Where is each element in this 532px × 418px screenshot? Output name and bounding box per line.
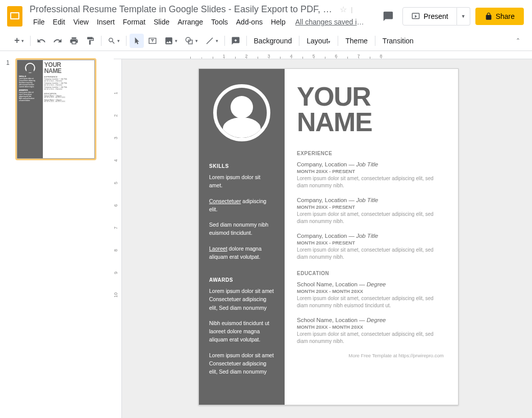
zoom-button[interactable]: ▾	[105, 34, 123, 48]
title-area: Professional Resume Template in Google S…	[30, 4, 379, 28]
award-item: Nibh euismod tincidunt ut laoreet dolore…	[209, 319, 274, 344]
education-entry-title: School Name, Location — Degree	[297, 281, 444, 287]
avatar-placeholder	[213, 84, 270, 141]
experience-entry-period: MONTH 20XX - PRESENT	[297, 240, 444, 245]
star-icon[interactable]: ☆	[340, 5, 347, 14]
app-header: Professional Resume Template in Google S…	[0, 0, 532, 29]
education-heading: EDUCATION	[297, 271, 444, 276]
skill-item: Lorem ipsum dolor sit amet.	[209, 173, 274, 190]
menu-bar: File Edit View Insert Format Slide Arran…	[30, 16, 379, 28]
menu-edit[interactable]: Edit	[49, 16, 69, 28]
footer-link: More Free Template at https://prwirepro.…	[297, 353, 444, 358]
education-entry-period: MONTH 20XX - MONTH 20XX	[297, 288, 444, 294]
experience-entry-period: MONTH 20XX - PRESENT	[297, 168, 444, 174]
svg-rect-2	[11, 13, 18, 18]
menu-addons[interactable]: Add-ons	[233, 16, 266, 28]
cursor-icon	[133, 37, 141, 45]
slide-thumbnail-1[interactable]: SKILLS Lorem ipsum dolor sitConsectetuer…	[15, 58, 96, 160]
present-icon	[411, 12, 420, 21]
filmstrip: 1 SKILLS Lorem ipsum dolor sitConsectetu…	[0, 51, 111, 418]
line-tool[interactable]: ▾	[202, 33, 221, 48]
experience-entry-title: Company, Location — Job Title	[297, 233, 444, 239]
education-entry-body: Lorem ipsum dolor sit amet, consectetuer…	[297, 331, 444, 346]
menu-tools[interactable]: Tools	[208, 16, 232, 28]
menu-help[interactable]: Help	[267, 16, 289, 28]
resume-name: YOURNAME	[297, 84, 444, 135]
menu-view[interactable]: View	[70, 16, 92, 28]
background-button[interactable]: Background	[250, 34, 296, 48]
experience-entry-body: Lorem ipsum dolor sit amet, consectetuer…	[297, 247, 444, 261]
resume-sidebar: SKILLS Lorem ipsum dolor sit amet. Conse…	[199, 69, 285, 405]
award-item: Lorem ipsum dolor sit amet Consectetuer …	[209, 287, 274, 312]
redo-button[interactable]	[50, 33, 65, 48]
resume-main: YOURNAME EXPERIENCE Company, Location — …	[285, 69, 458, 405]
comment-tool[interactable]	[228, 33, 243, 48]
shape-icon	[185, 36, 194, 45]
award-item: Lorem ipsum dolor sit amet Consectetuer …	[209, 351, 274, 376]
zoom-icon	[108, 37, 116, 45]
svg-point-5	[186, 37, 190, 42]
education-entry-title: School Name, Location — Degree	[297, 317, 444, 323]
slide-canvas[interactable]: SKILLS Lorem ipsum dolor sit amet. Conse…	[198, 68, 459, 405]
print-icon	[69, 36, 79, 45]
menu-format[interactable]: Format	[119, 16, 149, 28]
select-tool[interactable]	[130, 34, 144, 48]
image-tool[interactable]: ▾	[161, 33, 181, 48]
experience-entry-title: Company, Location — Job Title	[297, 197, 444, 203]
collapse-toolbar[interactable]: ⌃	[512, 34, 524, 47]
awards-heading: AWARDS	[209, 277, 274, 283]
main-area: 1 SKILLS Lorem ipsum dolor sitConsectetu…	[0, 51, 532, 418]
experience-entry-body: Lorem ipsum dolor sit amet, consectetuer…	[297, 211, 444, 226]
transition-button[interactable]: Transition	[378, 34, 418, 48]
experience-entry-title: Company, Location — Job Title	[297, 161, 444, 167]
present-button[interactable]: Present	[402, 7, 457, 26]
undo-icon	[37, 36, 46, 45]
menu-slide[interactable]: Slide	[150, 16, 173, 28]
undo-button[interactable]	[34, 33, 49, 48]
experience-heading: EXPERIENCE	[297, 151, 444, 156]
chevron-down-icon: ▼	[461, 14, 466, 19]
textbox-icon	[148, 36, 157, 45]
redo-icon	[53, 36, 62, 45]
textbox-tool[interactable]	[145, 33, 160, 48]
shape-tool[interactable]: ▾	[182, 33, 201, 48]
toolbar: +▾ ▾ ▾ ▾ ▾ Background Layout▾ Theme Tran…	[0, 31, 532, 51]
slides-logo[interactable]	[5, 4, 24, 29]
print-button[interactable]	[66, 33, 82, 48]
experience-entry-body: Lorem ipsum dolor sit amet, consectetuer…	[297, 175, 444, 190]
skills-heading: SKILLS	[209, 163, 274, 169]
present-dropdown[interactable]: ▼	[457, 7, 470, 26]
skill-item: Laoreet dolore magna aliquam erat volutp…	[209, 244, 274, 261]
paint-roller-icon	[86, 36, 95, 45]
menu-arrange[interactable]: Arrange	[174, 16, 207, 28]
save-status[interactable]: All changes saved in ...	[295, 18, 367, 26]
divider: |	[351, 6, 352, 13]
chevron-up-icon: ⌃	[516, 37, 520, 44]
add-comment-icon	[231, 36, 240, 45]
paint-format-button[interactable]	[83, 33, 98, 48]
theme-button[interactable]: Theme	[341, 34, 372, 48]
image-icon	[164, 36, 173, 45]
layout-button[interactable]: Layout▾	[302, 34, 335, 48]
comments-button[interactable]	[379, 7, 397, 26]
line-icon	[205, 36, 214, 45]
horizontal-ruler: 12345678	[114, 51, 532, 59]
lock-icon	[485, 12, 493, 20]
canvas-scroll[interactable]: SKILLS Lorem ipsum dolor sit amet. Conse…	[122, 59, 532, 418]
slide-number: 1	[6, 59, 10, 66]
menu-insert[interactable]: Insert	[93, 16, 118, 28]
menu-file[interactable]: File	[30, 16, 48, 28]
canvas-area: 12345678 12345678910 SKILLS Lorem ipsum …	[114, 51, 532, 418]
new-slide-button[interactable]: +▾	[11, 32, 27, 49]
svg-line-7	[207, 38, 213, 44]
skill-item: Sed diam nonummy nibh euismod tincidunt.	[209, 220, 274, 237]
education-entry-period: MONTH 20XX - MONTH 20XX	[297, 324, 444, 330]
vertical-ruler: 12345678910	[114, 59, 122, 418]
document-title[interactable]: Professional Resume Template in Google S…	[30, 4, 336, 15]
skill-item: Consectetuer adipiscing elit.	[209, 197, 274, 214]
experience-entry-period: MONTH 20XX - PRESENT	[297, 204, 444, 210]
education-entry-body: Lorem ipsum dolor sit amet, consectetuer…	[297, 295, 444, 310]
share-button[interactable]: Share	[475, 8, 524, 25]
